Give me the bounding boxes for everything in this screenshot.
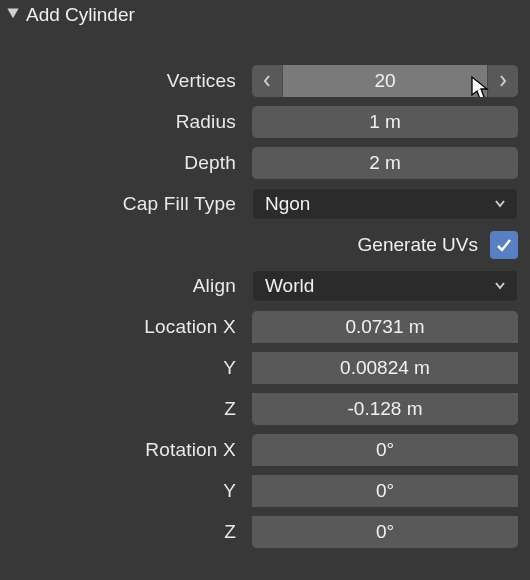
label-radius: Radius: [6, 111, 252, 133]
label-depth: Depth: [6, 152, 252, 174]
operator-panel: Add Cylinder Vertices 20: [0, 0, 530, 557]
row-rotation-y: Y 0°: [6, 472, 518, 510]
row-radius: Radius 1 m: [6, 103, 518, 141]
row-location-y: Y 0.00824 m: [6, 349, 518, 387]
row-rotation-z: Z 0°: [6, 513, 518, 551]
label-vertices: Vertices: [6, 70, 252, 92]
radius-field[interactable]: 1 m: [252, 106, 518, 138]
label-rotation-x: Rotation X: [6, 439, 252, 461]
vertices-field[interactable]: 20: [252, 65, 518, 97]
capfill-value: Ngon: [265, 193, 310, 215]
generate-uvs-checkbox[interactable]: [490, 231, 518, 259]
location-x-field[interactable]: 0.0731 m: [252, 311, 518, 343]
chevron-down-icon: [493, 193, 507, 215]
label-rotation-z: Z: [6, 521, 252, 543]
panel-body: Vertices 20: [0, 56, 530, 557]
location-y-field[interactable]: 0.00824 m: [252, 352, 518, 384]
depth-field[interactable]: 2 m: [252, 147, 518, 179]
row-depth: Depth 2 m: [6, 144, 518, 182]
row-rotation-x: Rotation X 0°: [6, 431, 518, 469]
label-location-z: Z: [6, 398, 252, 420]
location-z-field[interactable]: -0.128 m: [252, 393, 518, 425]
increment-button[interactable]: [487, 65, 518, 97]
vertices-value[interactable]: 20: [283, 65, 487, 97]
row-location-z: Z -0.128 m: [6, 390, 518, 428]
row-location-x: Location X 0.0731 m: [6, 308, 518, 346]
label-rotation-y: Y: [6, 480, 252, 502]
decrement-button[interactable]: [252, 65, 283, 97]
capfill-select[interactable]: Ngon: [252, 188, 518, 220]
label-location-x: Location X: [6, 316, 252, 338]
panel-title: Add Cylinder: [26, 4, 135, 26]
label-location-y: Y: [6, 357, 252, 379]
align-value: World: [265, 275, 314, 297]
row-capfill: Cap Fill Type Ngon: [6, 185, 518, 223]
rotation-x-field[interactable]: 0°: [252, 434, 518, 466]
panel-header[interactable]: Add Cylinder: [0, 0, 530, 34]
rotation-z-field[interactable]: 0°: [252, 516, 518, 548]
label-capfill: Cap Fill Type: [6, 193, 252, 215]
row-generate-uvs: Generate UVs: [6, 226, 518, 264]
row-align: Align World: [6, 267, 518, 305]
disclosure-triangle-icon[interactable]: [6, 7, 20, 24]
label-align: Align: [6, 275, 252, 297]
row-vertices: Vertices 20: [6, 62, 518, 100]
align-select[interactable]: World: [252, 270, 518, 302]
label-generate-uvs: Generate UVs: [358, 234, 478, 256]
rotation-y-field[interactable]: 0°: [252, 475, 518, 507]
svg-marker-0: [7, 8, 18, 18]
chevron-down-icon: [493, 275, 507, 297]
